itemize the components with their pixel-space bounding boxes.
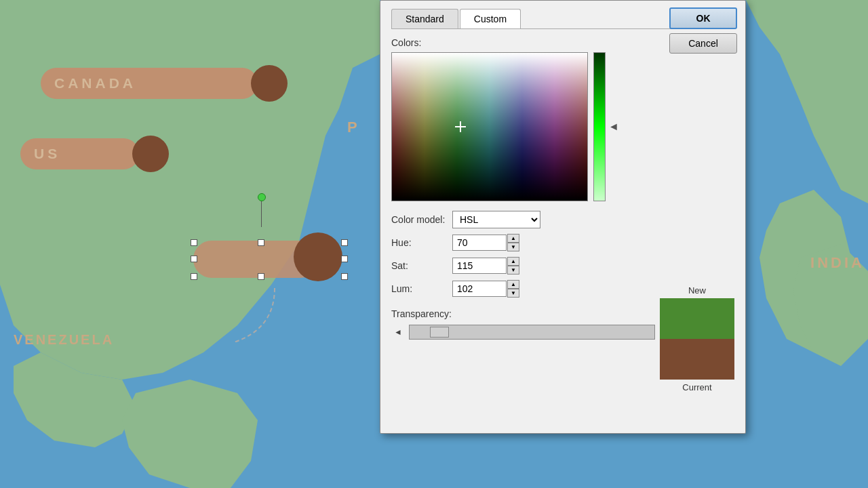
tab-custom[interactable]: Custom xyxy=(460,9,521,28)
sat-spinner: ▲ ▼ xyxy=(507,257,519,274)
lum-spinner: ▲ ▼ xyxy=(507,280,519,298)
dialog-buttons: OK Cancel xyxy=(669,7,737,54)
hue-row: Hue: ▲ ▼ xyxy=(391,234,734,251)
new-color-swatch xyxy=(660,298,734,339)
transparency-left-arrow[interactable]: ◄ xyxy=(391,326,405,338)
us-label: US xyxy=(34,146,60,162)
current-label: Current xyxy=(660,382,734,392)
selected-circle-shape xyxy=(294,232,342,281)
color-model-label: Color model: xyxy=(391,214,452,225)
sat-label: Sat: xyxy=(391,260,452,271)
hue-input-group: ▲ ▼ xyxy=(452,234,519,251)
handle-mr xyxy=(341,256,348,262)
us-pill: US xyxy=(20,138,139,169)
gradient-black xyxy=(392,53,587,201)
lum-input[interactable] xyxy=(452,281,507,297)
us-circle xyxy=(132,136,169,172)
hue-strip[interactable] xyxy=(593,52,606,201)
handle-tl xyxy=(191,239,197,246)
handle-tm xyxy=(258,239,264,246)
color-picker-container: ◄ xyxy=(391,52,734,201)
handle-br xyxy=(341,273,348,280)
sat-spin-up[interactable]: ▲ xyxy=(507,257,519,266)
new-label: New xyxy=(660,285,734,296)
sat-input[interactable] xyxy=(452,258,507,274)
india-label: INDIA xyxy=(810,254,865,272)
sat-spin-down[interactable]: ▼ xyxy=(507,266,519,274)
canada-pill: CANADA xyxy=(41,68,258,99)
cancel-button[interactable]: Cancel xyxy=(669,33,737,54)
hue-spin-down[interactable]: ▼ xyxy=(507,243,519,251)
hue-spinner: ▲ ▼ xyxy=(507,234,519,251)
handle-ml xyxy=(191,256,197,262)
rotation-handle[interactable] xyxy=(258,193,266,201)
transparency-track[interactable] xyxy=(409,325,655,340)
colors-section: Colors: ◄ Col xyxy=(391,37,734,298)
color-gradient[interactable] xyxy=(391,52,588,201)
hue-spin-up[interactable]: ▲ xyxy=(507,234,519,243)
tab-standard[interactable]: Standard xyxy=(391,9,458,28)
hue-label: Hue: xyxy=(391,237,452,248)
color-model-select[interactable]: HSL RGB xyxy=(452,211,540,228)
lum-label: Lum: xyxy=(391,283,452,294)
color-preview: New Current xyxy=(660,285,734,392)
lum-spin-up[interactable]: ▲ xyxy=(507,280,519,289)
connector-line xyxy=(234,288,315,342)
hue-strip-container: ◄ xyxy=(593,52,619,201)
handle-tr xyxy=(341,239,348,246)
sat-input-group: ▲ ▼ xyxy=(452,257,519,274)
ok-button[interactable]: OK xyxy=(669,7,737,29)
canada-label: CANADA xyxy=(54,75,136,92)
lum-input-group: ▲ ▼ xyxy=(452,280,519,298)
color-picker-dialog: Standard Custom Colors: xyxy=(380,0,746,434)
hue-input[interactable] xyxy=(452,235,507,251)
hue-slider-arrow[interactable]: ◄ xyxy=(608,121,619,133)
rotation-line xyxy=(261,201,262,227)
transparency-thumb[interactable] xyxy=(430,327,449,338)
venezuela-label: VENEZUELA xyxy=(14,332,114,348)
handle-bl xyxy=(191,273,197,280)
color-model-row: Color model: HSL RGB xyxy=(391,211,734,228)
canada-circle xyxy=(251,65,288,102)
sat-row: Sat: ▲ ▼ xyxy=(391,257,734,274)
p-label: P xyxy=(347,119,359,136)
handle-bm xyxy=(258,273,264,280)
current-color-swatch xyxy=(660,339,734,380)
lum-spin-down[interactable]: ▼ xyxy=(507,289,519,298)
color-model-section: Color model: HSL RGB Hue: ▲ ▼ xyxy=(391,211,734,298)
